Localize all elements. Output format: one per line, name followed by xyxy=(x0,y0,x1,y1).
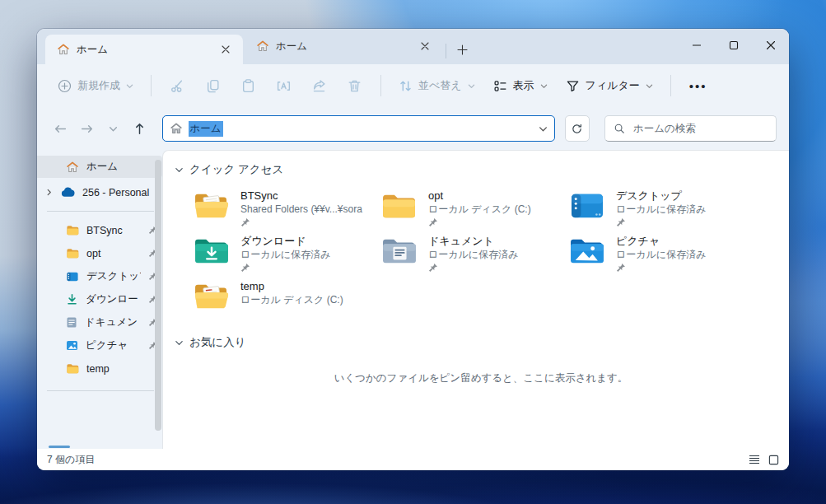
sidebar-item-documents[interactable]: ドキュメント xyxy=(37,311,162,334)
quick-access-item-desktop[interactable]: デスクトップ ローカルに保存済み xyxy=(568,189,749,227)
item-name: ダウンロード xyxy=(240,234,330,248)
item-location: ローカル ディスク (C:) xyxy=(428,203,531,216)
filter-button[interactable]: フィルター xyxy=(558,72,660,99)
command-toolbar: 新規作成 並べ替え xyxy=(37,64,789,107)
item-name: デスクトップ xyxy=(616,189,706,203)
quick-access-item-btsync[interactable]: BTSync Shared Folders (¥¥v...¥sora xyxy=(193,189,374,227)
pin-icon xyxy=(240,217,362,227)
onedrive-cloud-icon xyxy=(61,187,75,198)
sidebar-horizontal-scrollbar[interactable] xyxy=(49,446,70,448)
sidebar-item-label: temp xyxy=(86,363,157,375)
quick-access-item-documents[interactable]: ドキュメント ローカルに保存済み xyxy=(380,234,562,273)
expand-chevron-icon[interactable] xyxy=(44,189,54,196)
up-button[interactable] xyxy=(128,117,150,140)
folder-icon xyxy=(66,362,79,375)
tab-label: ホーム xyxy=(276,40,409,54)
tab-close-icon[interactable] xyxy=(217,40,235,58)
sidebar-item-temp[interactable]: temp xyxy=(37,357,162,380)
sidebar-item-btsync[interactable]: BTSync xyxy=(37,219,162,241)
chevron-down-icon[interactable] xyxy=(175,166,184,175)
toolbar-divider xyxy=(670,75,671,96)
status-bar: 7 個の項目 xyxy=(37,449,789,470)
sidebar-item-desktop[interactable]: デスクトップ xyxy=(37,265,162,287)
chevron-down-icon[interactable] xyxy=(175,338,184,348)
delete-button[interactable] xyxy=(338,72,371,100)
copy-button[interactable] xyxy=(197,72,229,100)
tab-close-icon[interactable] xyxy=(416,37,434,55)
favorites-empty-message: いくつかのファイルをピン留めすると、ここに表示されます。 xyxy=(173,371,789,385)
chevron-down-icon xyxy=(646,82,653,90)
tab-separator xyxy=(446,44,446,58)
home-icon xyxy=(57,43,70,56)
sidebar-item-label: BTSync xyxy=(86,225,141,236)
view-layout-icon xyxy=(493,79,507,93)
item-location: ローカルに保存済み xyxy=(428,248,518,261)
sidebar-vertical-scrollbar[interactable] xyxy=(155,160,161,431)
quick-access-header[interactable]: クイック アクセス xyxy=(175,162,789,177)
sidebar-item-label: ダウンロード xyxy=(86,292,141,306)
item-name: opt xyxy=(428,189,531,203)
back-button[interactable] xyxy=(49,117,71,140)
filter-funnel-icon xyxy=(566,79,580,93)
rename-button[interactable] xyxy=(268,72,300,100)
sidebar-item-pictures[interactable]: ピクチャ xyxy=(37,334,162,357)
minimize-button[interactable] xyxy=(678,30,715,61)
item-name: BTSync xyxy=(240,189,362,203)
sidebar-item-label: opt xyxy=(86,248,141,259)
sidebar-item-onedrive[interactable]: 256 - Personal xyxy=(37,181,162,203)
sidebar-item-label: ドキュメント xyxy=(85,315,141,329)
sidebar-divider xyxy=(47,390,154,391)
quick-access-item-opt[interactable]: opt ローカル ディスク (C:) xyxy=(380,189,562,227)
new-tab-button[interactable] xyxy=(450,38,474,61)
file-explorer-window: ホーム ホーム xyxy=(37,29,789,470)
downloads-folder-icon xyxy=(193,236,231,267)
filter-button-label: フィルター xyxy=(586,78,640,93)
window-controls xyxy=(678,29,789,62)
paste-button[interactable] xyxy=(232,72,264,100)
quick-access-item-downloads[interactable]: ダウンロード ローカルに保存済み xyxy=(193,234,374,273)
details-view-button[interactable] xyxy=(749,455,760,464)
chevron-down-icon xyxy=(468,82,475,90)
pin-icon xyxy=(428,217,531,227)
picture-icon xyxy=(66,340,78,351)
sidebar-item-home[interactable]: ホーム xyxy=(37,156,162,178)
sort-button-label: 並べ替え xyxy=(418,78,462,93)
sort-arrows-icon xyxy=(399,79,413,93)
search-input[interactable] xyxy=(632,122,768,135)
documents-folder-icon xyxy=(380,236,418,267)
open-folder-icon xyxy=(193,281,231,312)
sidebar-item-opt[interactable]: opt xyxy=(37,242,162,264)
new-button[interactable]: 新規作成 xyxy=(50,72,141,99)
folder-icon xyxy=(66,224,79,236)
view-button[interactable]: 表示 xyxy=(486,72,555,99)
quick-access-title: クイック アクセス xyxy=(189,162,283,177)
content-area: ホーム 256 - Personal BTSync xyxy=(37,150,789,449)
share-button[interactable] xyxy=(303,72,335,100)
address-value-selected[interactable]: ホーム xyxy=(189,121,223,137)
close-button[interactable] xyxy=(752,30,789,61)
refresh-button[interactable] xyxy=(565,115,590,142)
tab-home-active[interactable]: ホーム xyxy=(45,35,243,64)
item-location: ローカル ディスク (C:) xyxy=(240,293,343,306)
item-location: ローカルに保存済み xyxy=(616,248,706,261)
folder-icon xyxy=(66,247,79,259)
large-icons-view-button[interactable] xyxy=(768,455,779,465)
more-options-button[interactable]: ••• xyxy=(681,76,716,96)
sidebar-item-downloads[interactable]: ダウンロード xyxy=(37,288,162,310)
forward-button[interactable] xyxy=(76,117,97,140)
maximize-button[interactable] xyxy=(715,30,752,61)
tab-home-inactive[interactable]: ホーム xyxy=(245,31,442,61)
address-bar[interactable]: ホーム xyxy=(162,115,555,142)
recent-locations-chevron[interactable] xyxy=(102,117,124,140)
quick-access-item-pictures[interactable]: ピクチャ ローカルに保存済み xyxy=(568,234,749,273)
sort-button[interactable]: 並べ替え xyxy=(391,72,483,99)
favorites-header[interactable]: お気に入り xyxy=(175,335,789,350)
pin-icon xyxy=(616,263,706,273)
cut-button[interactable] xyxy=(161,72,194,100)
chevron-down-icon xyxy=(126,82,133,90)
address-dropdown-chevron[interactable] xyxy=(539,124,548,133)
search-box[interactable] xyxy=(604,115,777,142)
document-icon xyxy=(66,316,77,329)
item-count: 7 個の項目 xyxy=(47,453,749,467)
quick-access-item-temp[interactable]: temp ローカル ディスク (C:) xyxy=(193,279,374,312)
